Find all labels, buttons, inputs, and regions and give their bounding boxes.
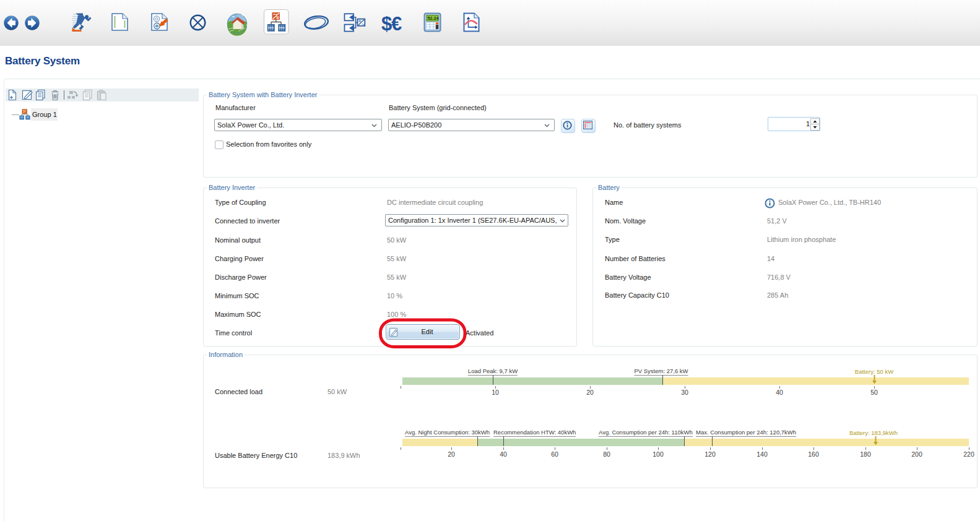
svg-text:$: $ (381, 13, 392, 35)
svg-text:€: € (391, 13, 402, 35)
svg-text:52.24: 52.24 (428, 15, 439, 21)
